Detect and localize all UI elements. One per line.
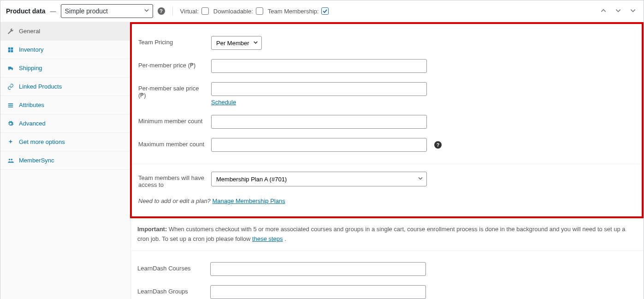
per-member-sale-price-input[interactable] <box>211 82 427 96</box>
learndash-groups-input[interactable] <box>210 285 426 299</box>
move-up-button[interactable] <box>598 7 609 15</box>
per-member-price-input[interactable] <box>211 59 427 73</box>
tab-label: General <box>19 28 40 35</box>
virtual-checkbox[interactable] <box>201 7 209 15</box>
highlighted-settings: Team Pricing Per Member <box>130 22 644 218</box>
divider <box>172 6 173 16</box>
tab-label: MemberSync <box>19 157 54 164</box>
move-down-button[interactable] <box>613 7 623 15</box>
team-pricing-label: Team Pricing <box>138 36 207 46</box>
svg-point-4 <box>11 158 12 160</box>
tab-label: Linked Products <box>19 83 62 90</box>
tab-label: Inventory <box>19 46 43 53</box>
truck-icon <box>7 65 14 72</box>
panel-body: General Inventory Shipping Linked Produc… <box>0 22 644 299</box>
svg-rect-2 <box>8 106 13 107</box>
min-member-count-input[interactable] <box>211 115 427 129</box>
team-membership-checkbox[interactable] <box>321 7 329 15</box>
tab-label: Shipping <box>19 65 42 72</box>
tab-inventory[interactable]: Inventory <box>0 41 130 59</box>
product-type-select[interactable]: Simple product <box>61 4 153 18</box>
membership-plan-select[interactable]: Membership Plan A (#701) <box>211 172 427 186</box>
learndash-groups-label: LearnDash Groups <box>137 285 207 295</box>
tab-label: Advanced <box>19 120 46 127</box>
access-label: Team members will have access to <box>138 172 207 188</box>
tab-label: Attributes <box>19 102 44 108</box>
tab-advanced[interactable]: Advanced <box>0 114 130 133</box>
tab-membersync[interactable]: MemberSync <box>0 151 130 170</box>
tab-attributes[interactable]: Attributes <box>0 96 130 114</box>
sparkle-icon <box>7 139 14 145</box>
important-prefix: Important: <box>137 226 167 233</box>
svg-rect-0 <box>8 103 13 104</box>
max-member-count-input[interactable] <box>211 138 427 152</box>
plan-note: Need to add or edit a plan? Manage Membe… <box>132 193 642 215</box>
tab-shipping[interactable]: Shipping <box>0 59 130 78</box>
help-icon[interactable]: ? <box>158 7 165 15</box>
virtual-group: Virtual: <box>180 7 209 15</box>
downloadable-checkbox[interactable] <box>256 7 263 15</box>
virtual-label: Virtual: <box>180 8 199 15</box>
gear-icon <box>7 120 14 127</box>
tab-general[interactable]: General <box>0 22 130 41</box>
title-dash: — <box>50 8 56 15</box>
tab-label: Get more options <box>19 138 65 145</box>
panel-title: Product data <box>6 7 46 15</box>
svg-point-3 <box>9 158 11 160</box>
inventory-icon <box>7 47 14 53</box>
team-membership-label: Team Membership: <box>268 8 319 15</box>
svg-rect-1 <box>8 105 13 106</box>
cron-steps-link[interactable]: these steps <box>252 235 283 242</box>
manage-membership-plans-link[interactable]: Manage Membership Plans <box>212 197 285 204</box>
toggle-panel-button[interactable] <box>628 7 638 15</box>
schedule-link[interactable]: Schedule <box>211 99 236 106</box>
learndash-courses-input[interactable] <box>210 262 426 276</box>
tab-content: Team Pricing Per Member <box>131 22 644 299</box>
tab-get-more-options[interactable]: Get more options <box>0 133 130 151</box>
product-data-panel: Product data — Simple product ? Virtual:… <box>0 0 644 299</box>
team-pricing-select[interactable]: Per Member <box>211 36 262 50</box>
important-note: Important: When customers checkout with … <box>131 218 644 251</box>
panel-header: Product data — Simple product ? Virtual:… <box>0 0 644 22</box>
wrench-icon <box>7 28 14 35</box>
product-type-wrap: Simple product <box>61 4 153 18</box>
max-member-count-label: Maximum member count <box>138 138 207 148</box>
learndash-courses-label: LearnDash Courses <box>137 262 207 272</box>
min-member-count-label: Minimum member count <box>138 115 207 125</box>
product-data-tabs: General Inventory Shipping Linked Produc… <box>0 22 131 299</box>
downloadable-label: Downloadable: <box>213 8 253 15</box>
tab-linked-products[interactable]: Linked Products <box>0 78 130 96</box>
link-icon <box>7 84 14 90</box>
per-member-price-label: Per-member price (₱) <box>138 59 207 69</box>
downloadable-group: Downloadable: <box>213 7 263 15</box>
attributes-icon <box>7 102 14 108</box>
users-icon <box>7 157 14 164</box>
team-membership-group: Team Membership: <box>268 7 329 15</box>
help-icon[interactable]: ? <box>434 141 442 149</box>
per-member-sale-price-label: Per-member sale price (₱) <box>138 82 207 99</box>
